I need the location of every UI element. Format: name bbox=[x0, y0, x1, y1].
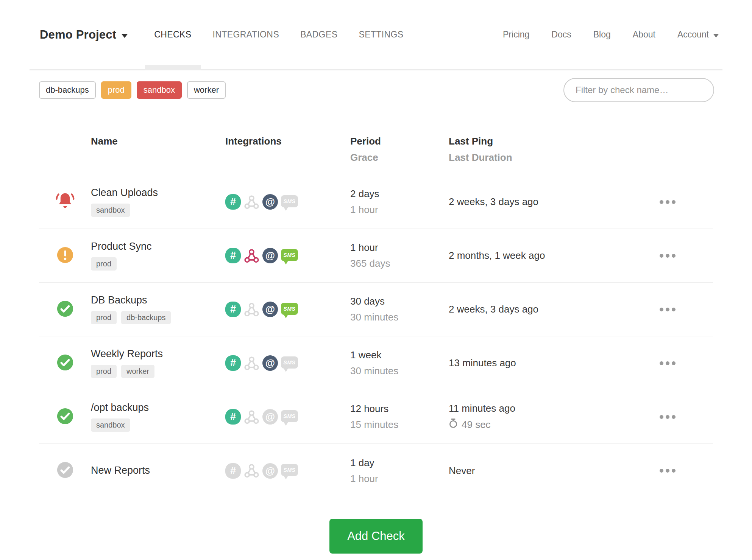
checks-page: Demo Project CHECKS INTEGRATIONS BADGES … bbox=[0, 0, 752, 560]
period-cell: 2 days 1 hour bbox=[350, 188, 449, 216]
header-period: Period Grace bbox=[350, 135, 449, 163]
name-cell: /opt backups sandbox bbox=[91, 402, 225, 431]
check-tags: sandbox bbox=[91, 418, 225, 432]
tag-badge: db-backups bbox=[121, 311, 171, 324]
header-label: Name bbox=[91, 135, 225, 147]
slack-icon[interactable]: # bbox=[225, 194, 241, 210]
slack-icon[interactable]: # bbox=[225, 463, 241, 479]
webhook-icon[interactable] bbox=[244, 463, 259, 479]
check-name-link[interactable]: Product Sync bbox=[91, 241, 225, 252]
email-icon[interactable]: @ bbox=[262, 302, 278, 317]
stopwatch-icon bbox=[449, 418, 458, 431]
tab-settings[interactable]: SETTINGS bbox=[348, 0, 414, 69]
account-menu[interactable]: Account bbox=[666, 30, 719, 40]
row-menu-button[interactable] bbox=[655, 303, 680, 316]
menu-cell bbox=[622, 464, 713, 477]
sms-icon[interactable]: SMS bbox=[281, 356, 298, 369]
sms-icon[interactable]: SMS bbox=[281, 464, 298, 476]
period-cell: 30 days 30 minutes bbox=[350, 296, 449, 323]
webhook-icon[interactable] bbox=[244, 355, 259, 371]
webhook-icon[interactable] bbox=[244, 194, 259, 210]
sms-icon[interactable]: SMS bbox=[281, 410, 298, 422]
filter-tag-worker[interactable]: worker bbox=[187, 81, 226, 99]
integrations-cell: # @ SMS bbox=[225, 302, 350, 317]
add-check-button[interactable]: Add Check bbox=[329, 519, 423, 554]
header-label: Period bbox=[350, 135, 449, 147]
top-navigation: Demo Project CHECKS INTEGRATIONS BADGES … bbox=[30, 0, 722, 70]
check-name-link[interactable]: Clean Uploads bbox=[91, 187, 225, 199]
row-menu-button[interactable] bbox=[655, 411, 680, 423]
name-cell: DB Backups prod db-backups bbox=[91, 294, 225, 324]
grace-value: 1 hour bbox=[350, 204, 449, 216]
filter-bar: db-backups prod sandbox worker bbox=[39, 78, 714, 102]
name-cell: Clean Uploads sandbox bbox=[91, 187, 225, 216]
period-value: 1 hour bbox=[350, 242, 449, 254]
row-menu-button[interactable] bbox=[655, 249, 680, 262]
slack-icon[interactable]: # bbox=[225, 248, 241, 263]
period-value: 2 days bbox=[350, 188, 449, 200]
email-icon[interactable]: @ bbox=[262, 409, 278, 425]
status-cell bbox=[39, 300, 91, 319]
check-name-link[interactable]: DB Backups bbox=[91, 294, 225, 306]
last-ping-value: 2 weeks, 3 days ago bbox=[449, 196, 622, 208]
last-ping-cell: 13 minutes ago bbox=[449, 357, 622, 369]
search-input[interactable] bbox=[563, 78, 714, 102]
table-row: DB Backups prod db-backups # @ SMS 30 da… bbox=[39, 283, 713, 336]
link-label: Blog bbox=[593, 30, 611, 40]
last-ping-value: Never bbox=[449, 465, 622, 477]
filter-tag-prod[interactable]: prod bbox=[101, 81, 131, 99]
link-label: Pricing bbox=[503, 30, 529, 40]
sms-icon[interactable]: SMS bbox=[281, 249, 298, 261]
tab-integrations[interactable]: INTEGRATIONS bbox=[202, 0, 290, 69]
table-row: Weekly Reports prod worker # @ SMS 1 wee… bbox=[39, 336, 713, 390]
tab-checks[interactable]: CHECKS bbox=[144, 0, 202, 69]
check-tags: prod worker bbox=[91, 365, 225, 378]
menu-cell bbox=[622, 249, 713, 262]
integrations-cell: # @ SMS bbox=[225, 194, 350, 210]
webhook-icon[interactable] bbox=[244, 409, 259, 425]
last-ping-value: 2 weeks, 3 days ago bbox=[449, 303, 622, 315]
period-cell: 1 hour 365 days bbox=[350, 242, 449, 269]
check-circle-icon bbox=[56, 408, 74, 426]
check-name-link[interactable]: New Reports bbox=[91, 465, 225, 476]
grace-value: 30 minutes bbox=[350, 311, 449, 323]
row-menu-button[interactable] bbox=[655, 464, 680, 477]
sms-label: SMS bbox=[284, 252, 296, 258]
check-name-link[interactable]: /opt backups bbox=[91, 402, 225, 414]
link-about[interactable]: About bbox=[622, 30, 666, 40]
email-icon[interactable]: @ bbox=[262, 463, 278, 479]
link-docs[interactable]: Docs bbox=[540, 30, 582, 40]
row-menu-button[interactable] bbox=[655, 357, 680, 370]
menu-cell bbox=[622, 303, 713, 316]
filter-tag-sandbox[interactable]: sandbox bbox=[137, 81, 182, 99]
last-ping-cell: 11 minutes ago 49 sec bbox=[449, 403, 622, 431]
webhook-icon[interactable] bbox=[244, 302, 259, 317]
webhook-icon[interactable] bbox=[244, 248, 259, 263]
email-icon[interactable]: @ bbox=[262, 194, 278, 210]
email-icon[interactable]: @ bbox=[262, 248, 278, 263]
slack-icon[interactable]: # bbox=[225, 409, 241, 425]
row-menu-button[interactable] bbox=[655, 196, 680, 208]
tab-badges[interactable]: BADGES bbox=[290, 0, 348, 69]
status-cell bbox=[39, 246, 91, 265]
sms-icon[interactable]: SMS bbox=[281, 195, 298, 207]
site-links: Pricing Docs Blog About Account bbox=[492, 30, 719, 40]
link-blog[interactable]: Blog bbox=[582, 30, 622, 40]
status-cell bbox=[39, 191, 91, 213]
email-icon[interactable]: @ bbox=[262, 355, 278, 371]
sms-icon[interactable]: SMS bbox=[281, 303, 298, 315]
check-name-link[interactable]: Weekly Reports bbox=[91, 348, 225, 360]
project-switcher[interactable]: Demo Project bbox=[40, 28, 128, 42]
link-pricing[interactable]: Pricing bbox=[492, 30, 540, 40]
table-row: New Reports # @ SMS 1 day 1 hour Never bbox=[39, 444, 713, 498]
filter-tag-db-backups[interactable]: db-backups bbox=[39, 81, 96, 99]
link-label: Docs bbox=[551, 30, 571, 40]
slack-icon[interactable]: # bbox=[225, 302, 241, 317]
period-cell: 1 week 30 minutes bbox=[350, 349, 449, 377]
nav-tabs: CHECKS INTEGRATIONS BADGES SETTINGS bbox=[144, 0, 414, 69]
check-circle-icon bbox=[56, 354, 74, 373]
tag-badge: prod bbox=[91, 365, 117, 378]
tab-label: SETTINGS bbox=[359, 30, 403, 40]
last-duration: 49 sec bbox=[449, 418, 622, 431]
slack-icon[interactable]: # bbox=[225, 355, 241, 371]
